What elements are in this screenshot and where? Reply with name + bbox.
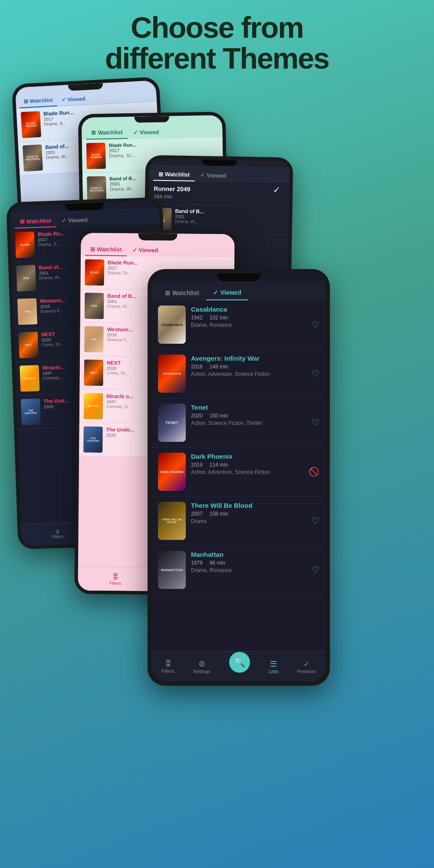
phone6-viewed-tab[interactable]: ✓ Viewed: [206, 286, 248, 300]
p4-poster-next: NEXT: [19, 332, 39, 358]
p6-poster-manhattan: MANHATTAN: [158, 551, 186, 589]
p6-nav-premium[interactable]: ✓ Premium: [297, 659, 316, 674]
phone5-watchlist-tab[interactable]: ⊞ Watchlist: [85, 243, 127, 256]
p5-poster-undoing: THE UNDOING: [83, 427, 103, 453]
check-icon-4: ✓: [62, 217, 67, 224]
p6-heart-manhattan[interactable]: ♡: [312, 551, 319, 589]
check-icon-2: ✓: [133, 129, 138, 136]
p5-poster-next: NEXT: [84, 360, 104, 386]
p1-poster-band: BAND OF BROTHERS: [23, 145, 43, 171]
p4-info-miracle: Miracle... 1947 Comedy,...: [42, 364, 65, 391]
p6-movie-avengers[interactable]: AVENGERS IW Avengers: Infinity War 2018 …: [152, 349, 326, 398]
search-icon-6: 🔍: [233, 657, 245, 668]
p1-info-band: Band of... 2001 Drama, W...: [45, 143, 70, 171]
p6-nav-lists[interactable]: ☰ Lists: [269, 659, 279, 674]
phone2-watchlist-tab[interactable]: ⊞ Watchlist: [86, 126, 128, 140]
p6-movie-dark-phoenix[interactable]: DARK PHOENIX Dark Phoenix 2019 114 min A…: [152, 447, 326, 496]
p6-blocked-dark-phoenix[interactable]: 🚫: [309, 453, 319, 491]
p6-nav-filters[interactable]: 🎛 Filters: [161, 659, 174, 674]
phone3-viewed-tab[interactable]: ✓ Viewed: [195, 169, 231, 182]
page-header: Choose from different Themes: [0, 0, 434, 79]
p3-runner-detail: Runner 2049 164 min ✓: [148, 181, 289, 207]
viewed-check: ✓: [273, 184, 280, 195]
p2-info-blade: Blade Run... 2017 Drama, Sc...: [109, 142, 137, 169]
p6-heart-avengers[interactable]: ♡: [312, 355, 319, 393]
p4-poster-miracle: MIRACLE: [20, 365, 39, 391]
phone5-viewed-tab[interactable]: ✓ Viewed: [127, 243, 163, 256]
p2-poster-blade: BLADE RUNNER: [86, 143, 106, 169]
watchlist-icon: ⊞: [23, 98, 28, 105]
phone1-watchlist-tab[interactable]: ⊞ Watchlist: [19, 94, 57, 108]
header-title: Choose from different Themes: [26, 12, 408, 74]
p6-movie-twbb[interactable]: THERE WILL BE BLOOD There Will Be Blood …: [152, 496, 326, 546]
p4-info-band: Band of... 2001 Drama, W...: [39, 264, 63, 291]
p5-poster-westworld: WW: [84, 326, 104, 352]
phone4-watchlist-tab[interactable]: ⊞ Watchlist: [14, 215, 56, 229]
phone2-tab-bar: ⊞ Watchlist ✓ Viewed: [82, 121, 223, 140]
p5-poster-miracle: MIRACLE: [84, 393, 103, 419]
p4-info-next: NEXT 2020 Crime, Dr...: [41, 331, 64, 358]
phone6-watchlist-tab[interactable]: ⊞ Watchlist: [158, 286, 206, 300]
p5-poster-blade: BLADE: [85, 260, 105, 286]
p4-poster-westworld: WW: [17, 298, 37, 325]
p6-heart-twbb[interactable]: ♡: [312, 502, 319, 540]
p5-info-westworld: Westwor... 2016 Science F...: [107, 326, 133, 353]
phone1-viewed-tab[interactable]: ✓ Viewed: [57, 92, 90, 106]
p5-info-next: NEXT 2020 Crime, Dr...: [107, 360, 129, 386]
p6-info-casablanca: Casablanca 1942 102 min Drama, Romance: [191, 306, 306, 344]
watchlist-icon-3: ⊞: [158, 171, 163, 178]
p6-poster-avengers: AVENGERS IW: [158, 355, 186, 393]
p6-info-avengers: Avengers: Infinity War 2018 149 min Acti…: [191, 355, 306, 393]
p6-heart-casablanca[interactable]: ♡: [312, 306, 319, 344]
check-icon-6: ✓: [213, 289, 218, 296]
p6-info-twbb: There Will Be Blood 2007 158 min Drama: [191, 502, 306, 540]
p4-poster-undoing: THE UNDOING: [21, 398, 41, 425]
p1-info-blade: Blade Run... 2017 Drama, S...: [43, 109, 75, 137]
phone3-tab-bar: ⊞ Watchlist ✓ Viewed: [149, 164, 290, 183]
phone6-bottom-nav: 🎛 Filters ⚙ Settings 🔍 ☰ Lists ✓ Premium: [152, 651, 326, 681]
p5-info-blade: Blade Run... 2017 Drama, Sc...: [108, 260, 138, 286]
phone6-screen: ⊞ Watchlist ✓ Viewed CASABLANCA Casablan…: [152, 273, 326, 681]
phone4-viewed-tab[interactable]: ✓ Viewed: [56, 214, 93, 227]
p5-nav-filters[interactable]: 🎛 Filters: [109, 573, 121, 585]
p6-nav-settings[interactable]: ⚙ Settings: [193, 659, 210, 674]
premium-icon-6: ✓: [297, 659, 316, 669]
p4-info-undoing: The Und... 2020: [43, 398, 69, 424]
p6-movie-casablanca[interactable]: CASABLANCA Casablanca 1942 102 min Drama…: [152, 300, 326, 349]
filters-icon-6: 🎛: [161, 659, 174, 668]
phone6-tab-bar: ⊞ Watchlist ✓ Viewed: [152, 281, 326, 300]
p6-poster-casablanca: CASABLANCA: [158, 306, 186, 344]
p4-poster-blade: BLADE: [15, 231, 35, 258]
watchlist-icon-5: ⊞: [90, 246, 95, 253]
lists-icon-6: ☰: [269, 659, 279, 669]
p6-info-dark-phoenix: Dark Phoenix 2019 114 min Action, Advent…: [191, 453, 303, 491]
p6-movie-manhattan[interactable]: MANHATTAN Manhattan 1979 96 min Drama, R…: [152, 546, 326, 595]
p6-heart-tenet[interactable]: ♡: [312, 404, 319, 442]
p6-movie-tenet[interactable]: TENET Tenet 2020 150 min Action, Science…: [152, 398, 326, 447]
watchlist-icon-6: ⊞: [165, 289, 170, 296]
p4-info-blade: Blade Ru... 2017 Drama, S...: [38, 230, 66, 257]
p5-info-band: Band of B... 2001 Drama, W...: [107, 293, 136, 319]
phone-dark-teal-main: ⊞ Watchlist ✓ Viewed CASABLANCA Casablan…: [148, 269, 330, 686]
p6-info-tenet: Tenet 2020 150 min Action, Science Ficti…: [191, 404, 306, 442]
settings-icon-6: ⚙: [193, 659, 210, 669]
p6-info-manhattan: Manhattan 1979 96 min Drama, Romance: [191, 551, 306, 589]
p5-poster-band: BOB: [85, 293, 104, 319]
watchlist-icon-4: ⊞: [20, 218, 25, 225]
p6-poster-twbb: THERE WILL BE BLOOD: [158, 502, 186, 540]
p4-info-westworld: Westwor... 2016 Science F...: [40, 297, 66, 324]
check-icon: ✓: [61, 97, 66, 103]
check-icon-5: ✓: [132, 247, 137, 253]
phone3-watchlist-tab[interactable]: ⊞ Watchlist: [153, 168, 195, 181]
p6-poster-tenet: TENET: [158, 404, 186, 442]
p2-poster-band: BAND OF BROTHERS: [87, 176, 106, 203]
p4-poster-band: BOB: [16, 265, 36, 291]
p4-nav-filters[interactable]: 🎛 Filters: [52, 529, 64, 539]
phone2-viewed-tab[interactable]: ✓ Viewed: [128, 126, 164, 139]
check-icon-3: ✓: [200, 172, 205, 178]
phone5-tab-bar: ⊞ Watchlist ✓ Viewed: [81, 240, 234, 257]
p5-info-miracle: Miracle o... 1947 Comedy, D...: [106, 393, 134, 420]
p6-nav-search[interactable]: 🔍: [229, 652, 250, 673]
p5-info-undoing: The Undo... 2020: [106, 427, 135, 453]
p6-poster-dark-phoenix: DARK PHOENIX: [158, 453, 186, 491]
